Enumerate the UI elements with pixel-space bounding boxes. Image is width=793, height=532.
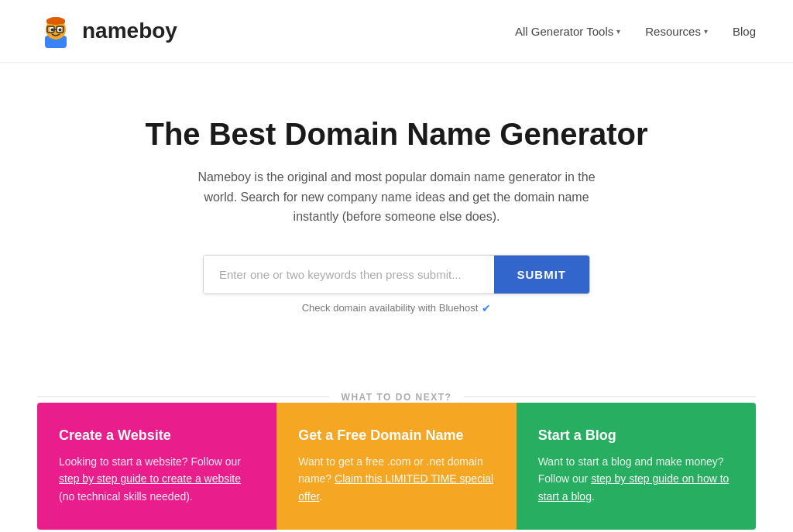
card-free-domain: Get a Free Domain Name Want to get a fre… [276,403,516,530]
section-divider: WHAT TO DO NEXT? [37,392,756,403]
card-free-domain-body: Want to get a free .com or .net domain n… [298,453,494,505]
svg-rect-3 [46,19,65,24]
search-box: SUBMIT [203,255,590,294]
svg-point-6 [51,29,54,32]
divider-label: WHAT TO DO NEXT? [342,392,452,403]
submit-button[interactable]: SUBMIT [494,256,590,293]
logo-text: nameboy [82,19,177,43]
hero-title: The Best Domain Name Generator [15,117,778,152]
search-input[interactable] [204,256,494,293]
card-start-blog-title: Start a Blog [538,427,734,444]
divider-line-right [464,396,756,397]
card-create-website-body: Looking to start a website? Follow our s… [59,453,255,505]
card-create-website: Create a Website Looking to start a webs… [37,403,276,530]
card-start-blog: Start a Blog Want to start a blog and ma… [517,403,756,530]
logo[interactable]: nameboy [37,12,177,50]
nav-all-generator-tools[interactable]: All Generator Tools ▾ [515,25,620,38]
main-nav: All Generator Tools ▾ Resources ▾ Blog [515,25,756,38]
card-free-domain-title: Get a Free Domain Name [298,427,494,444]
logo-mascot-icon [37,12,74,50]
hero-description: Nameboy is the original and most popular… [180,167,613,227]
bluehost-check: Check domain availability with Bluehost … [15,302,778,314]
card-start-blog-body: Want to start a blog and make money? Fol… [538,453,734,505]
nav-resources[interactable]: Resources ▾ [645,25,708,38]
chevron-down-icon: ▾ [616,27,620,36]
search-wrap: SUBMIT [15,255,778,294]
card-create-website-title: Create a Website [59,427,255,444]
cards-row: Create a Website Looking to start a webs… [37,403,756,530]
svg-point-7 [59,29,62,32]
divider-line-left [37,396,329,397]
nav-blog[interactable]: Blog [733,25,756,38]
check-icon: ✔ [482,302,491,314]
chevron-down-icon: ▾ [704,27,708,36]
card-create-website-link[interactable]: step by step guide to create a website [59,472,241,485]
hero-section: The Best Domain Name Generator Nameboy i… [0,63,793,345]
header: nameboy All Generator Tools ▾ Resources … [0,0,793,63]
